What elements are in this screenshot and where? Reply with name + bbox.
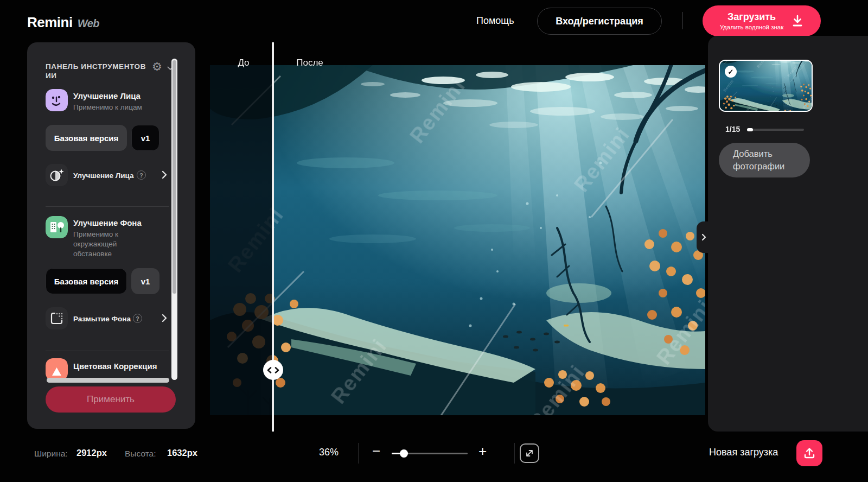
gallery-progress-thumb[interactable] — [747, 128, 753, 131]
new-upload-button[interactable] — [796, 440, 822, 466]
remini-web-app: До После ReminiWeb Помощь Вход/регистрац… — [0, 0, 868, 482]
remini-logo[interactable]: ReminiWeb — [27, 14, 99, 31]
background-enhance-icon — [46, 216, 68, 238]
photo-counter: 1/15 — [725, 125, 740, 134]
photo-thumbnail[interactable]: ✓ — [719, 60, 813, 112]
download-button[interactable]: Загрузить Удалить водяной знак — [703, 5, 821, 36]
blur-icon — [46, 307, 68, 329]
face-version-tag-pill[interactable]: v1 — [131, 125, 159, 151]
zoom-slider-handle[interactable] — [400, 449, 408, 458]
toolbox-title: ПАНЕЛЬ ИНСТРУМЕНТОВ ИИ — [46, 62, 154, 80]
download-subtitle: Удалить водяной знак — [720, 24, 784, 30]
face-tool-label: Улучшение Лица — [73, 172, 134, 180]
login-button[interactable]: Вход/регистрация — [537, 8, 662, 35]
zoom-percent: 36% — [319, 447, 339, 458]
help-question-icon[interactable]: ? — [137, 170, 146, 180]
blur-tool-label: Размытие Фона — [73, 315, 131, 323]
gallery-progress-track[interactable] — [747, 129, 804, 131]
selected-check-icon: ✓ — [725, 66, 737, 78]
face-enhance-icon — [46, 89, 68, 111]
ai-toolbox-panel: ПАНЕЛЬ ИНСТРУМЕНТОВ ИИ ⚙ Улучшение Лица … — [27, 42, 195, 429]
background-base-version-pill[interactable]: Базовая версия — [46, 268, 127, 294]
background-version-tag-pill[interactable]: v1 — [131, 268, 159, 294]
zoom-slider[interactable] — [392, 453, 468, 454]
apply-button[interactable]: Применить — [46, 386, 176, 413]
section-title-background: Улучшение Фона — [73, 218, 142, 227]
horizontal-scrollbar[interactable] — [47, 378, 169, 383]
chevron-right-icon — [162, 170, 167, 179]
footer-divider — [358, 443, 359, 464]
after-label: После — [277, 58, 342, 68]
section-subtitle-background: Применимо к окружающей обстановке — [73, 230, 149, 259]
download-title: Загрузить — [720, 11, 784, 23]
zoom-in-button[interactable]: + — [478, 444, 487, 458]
upload-icon — [803, 447, 815, 459]
brand-suffix: Web — [78, 17, 99, 29]
footer-divider — [514, 443, 515, 464]
new-upload-label: Новая загрузка — [709, 447, 778, 458]
expand-icon — [525, 449, 534, 458]
face-base-version-pill[interactable]: Базовая версия — [46, 125, 127, 151]
width-label: Ширина: — [34, 449, 68, 459]
height-value: 1632px — [167, 448, 197, 458]
vertical-scrollbar[interactable] — [171, 59, 177, 380]
help-link[interactable]: Помощь — [476, 15, 514, 27]
fullscreen-button[interactable] — [520, 443, 539, 463]
enhanced-image — [210, 65, 705, 415]
chevron-right-icon — [701, 233, 706, 241]
color-correction-icon — [46, 358, 68, 380]
help-question-icon[interactable]: ? — [133, 314, 142, 323]
section-divider — [46, 206, 169, 207]
section-subtitle-face: Применимо к лицам — [73, 103, 155, 112]
width-value: 2912px — [76, 448, 107, 458]
vertical-scrollbar-thumb[interactable] — [173, 60, 176, 294]
section-title-face: Улучшение Лица — [73, 91, 141, 100]
download-icon — [792, 15, 803, 28]
before-image-region — [210, 65, 273, 415]
chevron-left-icon — [267, 367, 272, 373]
face-sparkle-icon — [46, 164, 68, 186]
nav-divider — [682, 12, 683, 29]
zoom-out-button[interactable]: − — [372, 444, 380, 458]
section-divider — [46, 351, 169, 351]
chevron-right-icon — [162, 314, 167, 322]
height-label: Высота: — [125, 449, 156, 459]
gallery-panel: ✓ 1/15 Добавить фотографии — [708, 36, 868, 432]
chevron-right-icon — [275, 367, 279, 373]
section-title-color: Цветовая Коррекция — [73, 362, 157, 371]
brand-name: Remini — [27, 14, 73, 30]
download-button-text: Загрузить Удалить водяной знак — [720, 11, 784, 30]
add-photos-button[interactable]: Добавить фотографии — [719, 143, 810, 177]
gear-icon[interactable]: ⚙ — [152, 61, 162, 72]
before-label: До — [227, 58, 260, 68]
comparison-slider-handle[interactable] — [263, 360, 283, 380]
